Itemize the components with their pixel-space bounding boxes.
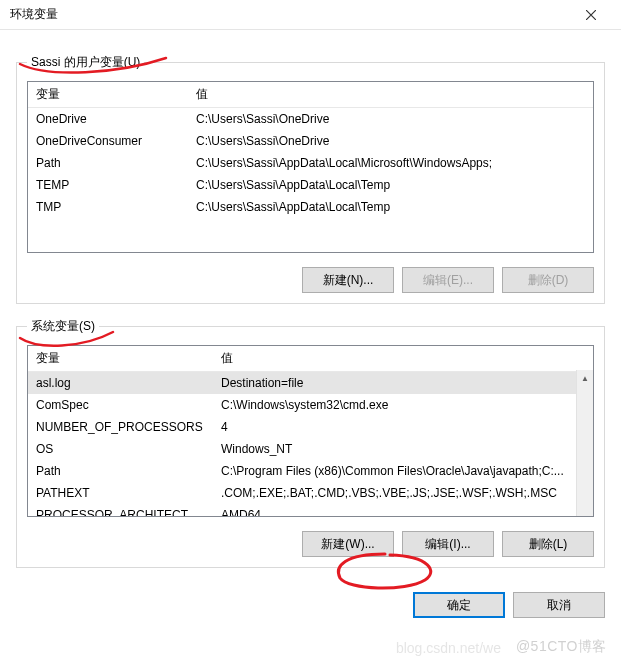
cell-value: C:\Program Files (x86)\Common Files\Orac… <box>213 460 593 482</box>
cell-variable: PATHEXT <box>28 482 213 504</box>
user-variables-legend: Sassi 的用户变量(U) <box>27 54 144 71</box>
scroll-up-icon[interactable]: ▲ <box>577 370 593 387</box>
user-variables-group: Sassi 的用户变量(U) 变量 值 OneDriveC:\Users\Sas… <box>16 54 605 304</box>
cell-value: C:\Users\Sassi\AppData\Local\Microsoft\W… <box>188 152 593 174</box>
system-scrollbar[interactable]: ▲ <box>576 370 593 516</box>
table-row[interactable]: OSWindows_NT <box>28 438 593 460</box>
sys-col-value[interactable]: 值 <box>213 346 593 372</box>
system-variables-table[interactable]: 变量 值 asl.logDestination=fileComSpecC:\Wi… <box>28 346 593 517</box>
cell-variable: Path <box>28 152 188 174</box>
user-new-button[interactable]: 新建(N)... <box>302 267 394 293</box>
system-delete-button[interactable]: 删除(L) <box>502 531 594 557</box>
sys-col-variable[interactable]: 变量 <box>28 346 213 372</box>
table-row[interactable]: PathC:\Users\Sassi\AppData\Local\Microso… <box>28 152 593 174</box>
system-variables-group: 系统变量(S) 变量 值 asl.logDestination=fileComS… <box>16 318 605 568</box>
cell-variable: OS <box>28 438 213 460</box>
user-col-value[interactable]: 值 <box>188 82 593 108</box>
ok-button[interactable]: 确定 <box>413 592 505 618</box>
user-variables-table[interactable]: 变量 值 OneDriveC:\Users\Sassi\OneDriveOneD… <box>28 82 593 218</box>
table-row[interactable]: PATHEXT.COM;.EXE;.BAT;.CMD;.VBS;.VBE;.JS… <box>28 482 593 504</box>
cell-variable: TMP <box>28 196 188 218</box>
table-row[interactable]: TEMPC:\Users\Sassi\AppData\Local\Temp <box>28 174 593 196</box>
table-row[interactable]: TMPC:\Users\Sassi\AppData\Local\Temp <box>28 196 593 218</box>
close-icon <box>586 10 596 20</box>
table-row[interactable]: PROCESSOR_ARCHITECT...AMD64 <box>28 504 593 517</box>
user-delete-button[interactable]: 删除(D) <box>502 267 594 293</box>
table-row[interactable]: asl.logDestination=file <box>28 372 593 395</box>
cell-value: Windows_NT <box>213 438 593 460</box>
dialog-content: Sassi 的用户变量(U) 变量 值 OneDriveC:\Users\Sas… <box>0 30 621 578</box>
dialog-buttons-row: 确定 取消 <box>0 578 621 618</box>
cell-variable: NUMBER_OF_PROCESSORS <box>28 416 213 438</box>
cell-variable: TEMP <box>28 174 188 196</box>
watermark-csdn: blog.csdn.net/we <box>396 640 501 656</box>
system-buttons-row: 新建(W)... 编辑(I)... 删除(L) <box>27 531 594 557</box>
window-title: 环境变量 <box>10 6 571 23</box>
system-edit-button[interactable]: 编辑(I)... <box>402 531 494 557</box>
system-variables-legend: 系统变量(S) <box>27 318 99 335</box>
cell-variable: Path <box>28 460 213 482</box>
cell-variable: PROCESSOR_ARCHITECT... <box>28 504 213 517</box>
cell-value: AMD64 <box>213 504 593 517</box>
cell-value: C:\Users\Sassi\OneDrive <box>188 108 593 131</box>
cell-variable: OneDrive <box>28 108 188 131</box>
table-row[interactable]: NUMBER_OF_PROCESSORS4 <box>28 416 593 438</box>
cell-value: C:\Users\Sassi\AppData\Local\Temp <box>188 196 593 218</box>
table-row[interactable]: OneDriveC:\Users\Sassi\OneDrive <box>28 108 593 131</box>
table-row[interactable]: ComSpecC:\Windows\system32\cmd.exe <box>28 394 593 416</box>
cell-variable: asl.log <box>28 372 213 395</box>
user-col-variable[interactable]: 变量 <box>28 82 188 108</box>
system-variables-table-wrap: 变量 值 asl.logDestination=fileComSpecC:\Wi… <box>27 345 594 517</box>
cell-value: 4 <box>213 416 593 438</box>
user-variables-table-wrap: 变量 值 OneDriveC:\Users\Sassi\OneDriveOneD… <box>27 81 594 253</box>
cancel-button[interactable]: 取消 <box>513 592 605 618</box>
cell-value: Destination=file <box>213 372 593 395</box>
titlebar: 环境变量 <box>0 0 621 30</box>
watermark-51cto: @51CTO博客 <box>516 638 607 656</box>
close-button[interactable] <box>571 0 611 30</box>
user-edit-button[interactable]: 编辑(E)... <box>402 267 494 293</box>
cell-value: C:\Users\Sassi\OneDrive <box>188 130 593 152</box>
user-buttons-row: 新建(N)... 编辑(E)... 删除(D) <box>27 267 594 293</box>
cell-value: C:\Windows\system32\cmd.exe <box>213 394 593 416</box>
cell-variable: OneDriveConsumer <box>28 130 188 152</box>
system-new-button[interactable]: 新建(W)... <box>302 531 394 557</box>
table-row[interactable]: OneDriveConsumerC:\Users\Sassi\OneDrive <box>28 130 593 152</box>
cell-value: C:\Users\Sassi\AppData\Local\Temp <box>188 174 593 196</box>
cell-variable: ComSpec <box>28 394 213 416</box>
table-row[interactable]: PathC:\Program Files (x86)\Common Files\… <box>28 460 593 482</box>
cell-value: .COM;.EXE;.BAT;.CMD;.VBS;.VBE;.JS;.JSE;.… <box>213 482 593 504</box>
